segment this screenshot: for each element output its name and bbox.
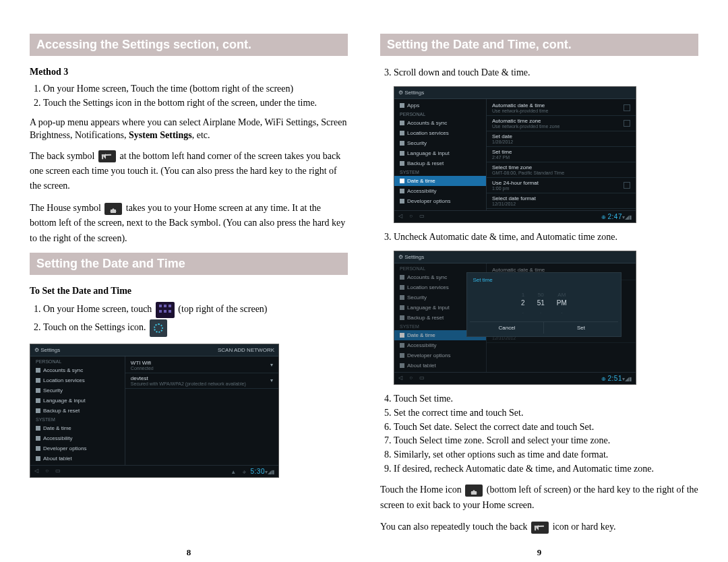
toset-label: To Set the Date and Time (30, 286, 348, 296)
page-number-left: 8 (13, 547, 364, 558)
toset-step1: On your Home screen, touch (top right of… (43, 302, 348, 318)
home-exit-para: Touch the Home icon (bottom left of scre… (380, 482, 698, 513)
ss3-title: ⚙ Settings (398, 254, 424, 260)
section-header-datetime-cont: Setting the Date and Time, cont. (380, 34, 698, 56)
home-icon (104, 203, 122, 215)
back-symbol-para: The back symbol at the bottom left hand … (30, 149, 348, 194)
section-header-datetime: Setting the Date and Time (30, 253, 348, 275)
ss1-title: ⚙ Settings (34, 347, 60, 353)
home-icon (465, 485, 483, 497)
toset-step2: Touch on the Settings icon. (43, 319, 348, 337)
ss1-nav-icons: ◁ ○ ▭ (34, 468, 63, 475)
back-icon (98, 150, 116, 162)
right-steps-3b: Uncheck Automatic date & time, and Autom… (380, 231, 698, 244)
step7: Touch Select time zone. Scroll and selec… (394, 435, 698, 447)
page-number-right: 9 (364, 547, 715, 558)
dialog-cancel: Cancel (470, 322, 544, 334)
back-repeat-para: You can also repeatedly touch the back i… (380, 520, 698, 534)
page-right: Setting the Date and Time, cont. Scroll … (364, 20, 715, 562)
screenshot-wifi-settings: ⚙ Settings SCAN ADD NETWORK PERSONAL Acc… (30, 344, 279, 478)
screenshot-date-time-list: ⚙ Settings Apps PERSONAL Accounts & sync… (394, 86, 636, 223)
apps-grid-icon (156, 302, 175, 318)
back-icon (531, 522, 549, 534)
page-left: Accessing the Settings section, cont. Me… (13, 20, 364, 562)
right-steps-first: Scroll down and touch Date & time. (380, 67, 698, 80)
ss1-actions: SCAN ADD NETWORK (218, 347, 274, 353)
section-header-accessing: Accessing the Settings section, cont. (30, 34, 348, 56)
ss2-title: ⚙ Settings (398, 90, 424, 96)
step3: Scroll down and touch Date & time. (394, 67, 698, 80)
m3-step1: On your Home screen, Touch the time (bot… (43, 83, 348, 96)
step4: Touch Set time. (394, 393, 698, 406)
dialog-set: Set (544, 322, 617, 334)
screenshot-set-time-dialog: ⚙ Settings PERSONAL Accounts & sync Loca… (394, 251, 636, 385)
step6: Touch Set date. Select the correct date … (394, 421, 698, 434)
house-symbol-para: The House symbol takes you to your Home … (30, 201, 348, 246)
m3-step2: Touch the Settings icon in the bottom ri… (43, 97, 348, 110)
toset-steps: On your Home screen, touch (top right of… (30, 302, 348, 337)
step8: Similarly, set other options such as tim… (394, 449, 698, 462)
right-steps-rest: Touch Set time. Set the correct time and… (380, 393, 698, 476)
document-spread: Accessing the Settings section, cont. Me… (0, 0, 728, 562)
step9: If desired, recheck Automatic date & tim… (394, 463, 698, 476)
settings-icon (150, 319, 167, 337)
m3-popup-text: A pop-up menu appears where you can sele… (30, 117, 348, 142)
set-time-dialog: Set time 12. 5051. AMPM. Cancel Set (466, 272, 621, 336)
step3b: Uncheck Automatic date & time, and Autom… (394, 231, 698, 244)
method3-steps: On your Home screen, Touch the time (bot… (30, 83, 348, 110)
step5: Set the correct time and touch Set. (394, 407, 698, 420)
method-label: Method 3 (30, 67, 348, 77)
